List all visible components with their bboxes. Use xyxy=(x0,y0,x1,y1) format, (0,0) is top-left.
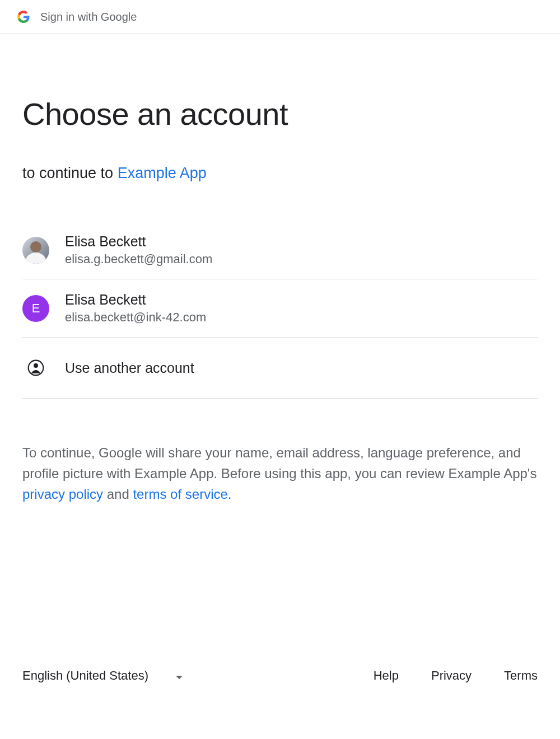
svg-point-1 xyxy=(34,363,38,368)
disclosure-part-1: To continue, Google will share your name… xyxy=(22,445,536,481)
avatar-photo xyxy=(22,237,49,264)
subtitle: to continue to Example App xyxy=(22,165,538,182)
account-item-2[interactable]: E Elisa Beckett elisa.beckett@ink-42.com xyxy=(22,279,538,338)
disclosure-text: To continue, Google will share your name… xyxy=(22,442,538,505)
disclosure-part-2: and xyxy=(103,487,133,502)
app-name-link[interactable]: Example App xyxy=(118,165,207,181)
disclosure-part-3: . xyxy=(228,487,232,502)
google-logo-icon xyxy=(17,10,30,24)
terms-link[interactable]: Terms xyxy=(504,668,538,683)
footer-links: Help Privacy Terms xyxy=(374,668,538,683)
accounts-list: Elisa Beckett elisa.g.beckett@gmail.com … xyxy=(22,233,538,399)
account-email: elisa.beckett@ink-42.com xyxy=(65,310,206,325)
account-email: elisa.g.beckett@gmail.com xyxy=(65,252,212,266)
subtitle-prefix: to continue to xyxy=(22,165,118,181)
language-select[interactable]: English (United States) xyxy=(22,668,183,683)
account-info: Elisa Beckett elisa.beckett@ink-42.com xyxy=(65,292,206,325)
page-title: Choose an account xyxy=(22,96,538,132)
privacy-policy-link[interactable]: privacy policy xyxy=(22,487,103,502)
help-link[interactable]: Help xyxy=(374,668,399,683)
terms-of-service-link[interactable]: terms of service xyxy=(133,487,227,502)
footer: English (United States) Help Privacy Ter… xyxy=(0,668,560,683)
use-another-account[interactable]: Use another account xyxy=(22,338,538,399)
dropdown-icon xyxy=(175,668,183,683)
account-info: Elisa Beckett elisa.g.beckett@gmail.com xyxy=(65,233,212,266)
avatar-letter: E xyxy=(22,295,49,322)
account-name: Elisa Beckett xyxy=(65,233,212,250)
header: Sign in with Google xyxy=(0,0,560,34)
person-icon xyxy=(22,354,49,381)
another-account-label: Use another account xyxy=(65,360,194,376)
main-content: Choose an account to continue to Example… xyxy=(0,96,560,505)
privacy-link[interactable]: Privacy xyxy=(431,668,472,683)
language-label: English (United States) xyxy=(22,668,148,683)
account-name: Elisa Beckett xyxy=(65,292,206,308)
header-title: Sign in with Google xyxy=(40,11,137,24)
account-item-1[interactable]: Elisa Beckett elisa.g.beckett@gmail.com xyxy=(22,233,538,279)
